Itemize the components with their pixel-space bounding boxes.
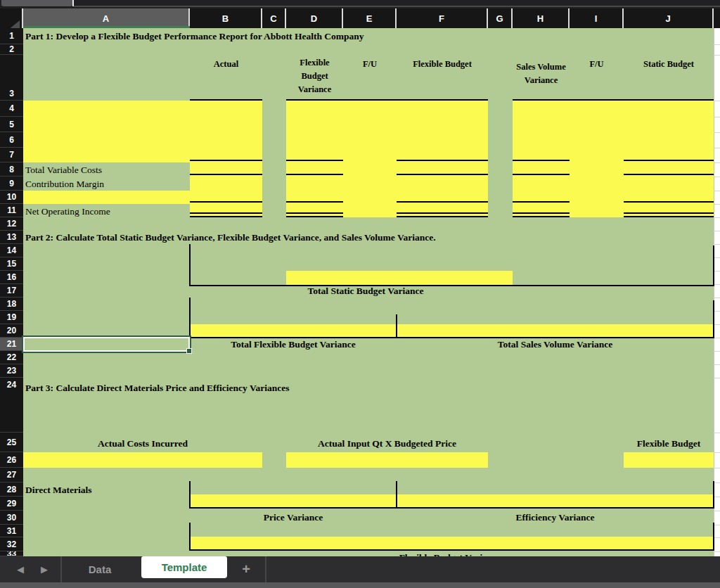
header-fu-1[interactable]: F/U	[343, 58, 397, 72]
row-header-8[interactable]: 8	[0, 162, 23, 177]
gridline	[714, 231, 720, 231]
caption-total-static-budget-variance[interactable]: Total Static Budget Variance	[190, 284, 541, 298]
input-cells-price-efficiency-variance[interactable]	[190, 494, 714, 507]
caption-total-flexible-budget-variance[interactable]: Total Flexible Budget Variance	[190, 338, 397, 351]
row-label-contribution-margin[interactable]: Contribution Margin	[25, 177, 187, 191]
gridline	[714, 191, 720, 191]
column-header-h[interactable]: H	[513, 8, 570, 28]
caption-actual-input-qt[interactable]: Actual Input Qt X Budgeted Price	[286, 436, 488, 452]
row-header-3[interactable]: 3	[0, 55, 23, 101]
row-header-28[interactable]: 28	[0, 482, 23, 497]
row-header-31[interactable]: 31	[0, 525, 23, 537]
row-header-18[interactable]: 18	[0, 298, 23, 311]
select-all-button[interactable]	[0, 8, 23, 28]
underline-segment	[513, 174, 570, 175]
row-header-2[interactable]: 2	[0, 44, 23, 55]
input-cell-actual-costs[interactable]	[23, 452, 262, 468]
input-cell-actual-input-qt[interactable]	[286, 452, 488, 468]
tab-data[interactable]: Data	[65, 556, 135, 582]
row-header-1[interactable]: 1	[0, 28, 23, 44]
input-cells-sales-volume-variance[interactable]	[513, 101, 714, 217]
header-flexible-budget-variance[interactable]: Flexible Budget Variance	[286, 56, 343, 100]
input-cell-a4-a7[interactable]	[23, 101, 190, 162]
row-header-26[interactable]: 26	[0, 452, 23, 468]
row-header-5[interactable]: 5	[0, 117, 23, 132]
row-header-21[interactable]: 21	[0, 338, 23, 351]
input-cell-flexible-budget[interactable]	[624, 452, 714, 468]
status-bar-fragment	[0, 582, 720, 588]
part3-title[interactable]: Part 3: Calculate Direct Materials Price…	[25, 381, 700, 395]
row-header-33[interactable]: 33	[0, 551, 23, 556]
row-header-27[interactable]: 27	[0, 468, 23, 482]
header-static-budget[interactable]: Static Budget	[624, 58, 714, 72]
row-header-15[interactable]: 15	[0, 257, 23, 271]
bracket-line	[189, 298, 191, 338]
input-cells-actual[interactable]	[190, 101, 262, 217]
part2-title[interactable]: Part 2: Calculate Total Static Budget Va…	[25, 231, 700, 244]
row-header-32[interactable]: 32	[0, 537, 23, 551]
row-header-16[interactable]: 16	[0, 271, 23, 284]
row-label-direct-materials[interactable]: Direct Materials	[25, 483, 187, 497]
row-header-19[interactable]: 19	[0, 311, 23, 324]
caption-flexible-budget-variance-text: Flexible Budget Variance	[323, 551, 577, 556]
name-box-fragment	[1, 0, 72, 6]
prev-sheet-arrow-icon[interactable]: ◀	[10, 556, 31, 582]
tab-template[interactable]: Template	[141, 556, 227, 578]
column-header-f[interactable]: F	[397, 8, 488, 28]
double-underline-segment	[190, 212, 262, 217]
row-header-13[interactable]: 13	[0, 231, 23, 244]
underline-segment	[190, 160, 262, 161]
row-label-net-operating-income[interactable]: Net Operating Income	[25, 205, 187, 218]
column-header-b[interactable]: B	[190, 8, 262, 28]
header-sales-volume-variance[interactable]: Sales Volume Variance	[513, 60, 570, 101]
add-sheet-button[interactable]: +	[233, 556, 259, 582]
input-cell-flexible-budget-variance[interactable]	[190, 537, 714, 549]
row-header-14[interactable]: 14	[0, 244, 23, 257]
column-header-g[interactable]: G	[488, 8, 513, 28]
row-header-22[interactable]: 22	[0, 351, 23, 364]
row-header-23[interactable]: 23	[0, 364, 23, 378]
input-cells-flexible-budget-variance[interactable]	[286, 101, 488, 217]
caption-total-sales-volume-variance[interactable]: Total Sales Volume Variance	[397, 338, 714, 351]
active-cell-selection[interactable]	[23, 337, 190, 352]
row-header-7[interactable]: 7	[0, 148, 23, 162]
caption-efficiency-variance[interactable]: Efficiency Variance	[397, 511, 714, 525]
fill-handle[interactable]	[186, 348, 192, 354]
input-cell-a10[interactable]	[23, 191, 190, 204]
gridline	[714, 511, 720, 511]
row-header-12[interactable]: 12	[0, 217, 23, 231]
row-header-10[interactable]: 10	[0, 191, 23, 204]
caption-flexible-budget[interactable]: Flexible Budget	[624, 436, 714, 452]
column-header-a[interactable]: A	[23, 8, 190, 28]
input-cells-flexible-and-sales-volume-variance[interactable]	[190, 324, 714, 337]
row-header-9[interactable]: 9	[0, 177, 23, 191]
input-cell-total-static-budget-variance[interactable]	[286, 271, 513, 285]
row-header-29[interactable]: 29	[0, 497, 23, 511]
header-actual[interactable]: Actual	[190, 58, 262, 72]
part1-title[interactable]: Part 1: Develop a Flexible Budget Perfor…	[25, 28, 700, 44]
header-flexible-budget[interactable]: Flexible Budget	[397, 58, 488, 72]
underline-segment	[397, 174, 488, 175]
underline-segment	[624, 201, 714, 203]
column-header-i[interactable]: I	[570, 8, 624, 28]
column-header-c[interactable]: C	[262, 8, 286, 28]
row-header-24[interactable]: 24	[0, 378, 23, 433]
row-label-total-variable-costs[interactable]: Total Variable Costs	[25, 163, 187, 177]
bracket-line	[189, 244, 191, 285]
row-header-30[interactable]: 30	[0, 511, 23, 525]
row-header-17[interactable]: 17	[0, 284, 23, 298]
next-sheet-arrow-icon[interactable]: ▶	[34, 556, 55, 582]
row-header-4[interactable]: 4	[0, 101, 23, 117]
column-header-e[interactable]: E	[343, 8, 397, 28]
caption-actual-costs-incurred[interactable]: Actual Costs Incurred	[23, 436, 262, 452]
caption-price-variance[interactable]: Price Variance	[190, 511, 397, 525]
column-header-d[interactable]: D	[286, 8, 343, 28]
row-header-20[interactable]: 20	[0, 324, 23, 338]
column-header-j[interactable]: J	[624, 8, 714, 28]
underline-segment	[286, 201, 343, 203]
row-header-6[interactable]: 6	[0, 132, 23, 148]
bracket-line	[713, 523, 714, 551]
row-header-25[interactable]: 25	[0, 433, 23, 452]
header-fu-2[interactable]: F/U	[570, 58, 624, 72]
row-header-11[interactable]: 11	[0, 204, 23, 217]
